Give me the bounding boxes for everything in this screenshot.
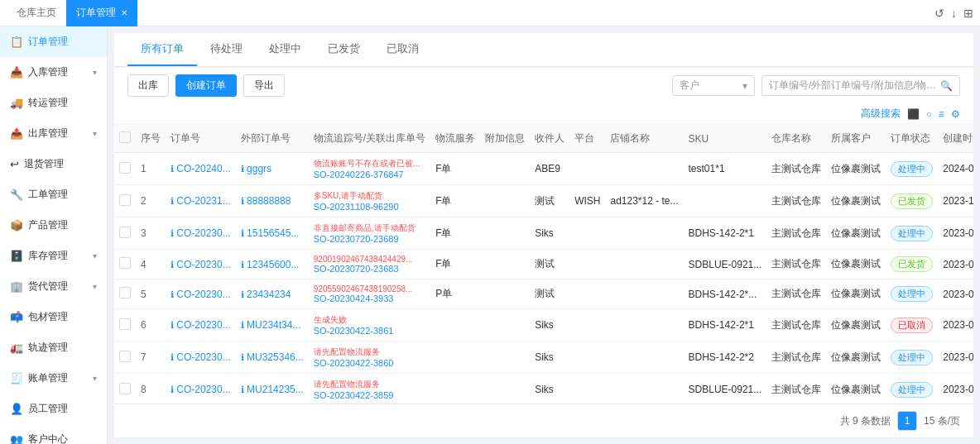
platform-cell — [569, 309, 605, 341]
platform-cell — [569, 217, 605, 250]
row-checkbox[interactable] — [119, 351, 131, 362]
row-checkbox[interactable] — [119, 318, 131, 330]
sidebar-label: 轨迹管理 — [28, 341, 97, 355]
table-row: 7 ℹ CO-20230... ℹ MU325346... 请先配置物流服务 S… — [114, 341, 973, 374]
per-page-select[interactable]: 15 条/页 — [924, 414, 960, 428]
settings-icon[interactable]: ⚙ — [951, 108, 960, 120]
search-input-wrap[interactable]: 订单编号/外部订单编号/附加信息/物流追踪号/出库单号 🔍 — [761, 75, 960, 96]
sidebar-item-产品管理[interactable]: 📦 产品管理 — [0, 210, 107, 241]
order-id-cell[interactable]: ℹ CO-20230... — [166, 309, 236, 341]
warehouse-cell: 主测试仓库 — [766, 309, 826, 341]
minimize-icon[interactable]: ↓ — [951, 7, 957, 20]
row-checkbox-cell[interactable] — [114, 250, 136, 279]
logistics-cell — [430, 374, 480, 404]
sku-cell: SDBLUE-0921... — [684, 250, 767, 279]
grid-icon[interactable]: ⊞ — [963, 7, 973, 20]
create-order-button[interactable]: 创建订单 — [175, 74, 237, 97]
order-id-cell[interactable]: ℹ CO-20231... — [166, 185, 236, 217]
tab-待处理[interactable]: 待处理 — [197, 33, 256, 66]
col-header-3: 外部订单号 — [236, 125, 309, 153]
row-checkbox[interactable] — [119, 257, 131, 269]
order-id-cell[interactable]: ℹ CO-20230... — [166, 279, 236, 309]
row-checkbox-cell[interactable] — [114, 309, 136, 341]
row-checkbox-cell[interactable] — [114, 217, 136, 250]
sidebar-item-出库管理[interactable]: 📤 出库管理 ▾ — [0, 118, 107, 149]
seq-cell: 4 — [136, 250, 166, 279]
tab-所有订单[interactable]: 所有订单 — [127, 33, 197, 66]
sidebar-item-订单管理[interactable]: 📋 订单管理 — [0, 26, 107, 57]
row-checkbox[interactable] — [119, 287, 131, 298]
export-button[interactable]: 导出 — [243, 74, 285, 97]
row-checkbox[interactable] — [119, 194, 131, 206]
col-header-4: 物流追踪号/关联出库单号 — [309, 125, 430, 153]
sidebar-item-账单管理[interactable]: 🧾 账单管理 ▾ — [0, 363, 107, 394]
sidebar-icon: 🚛 — [10, 341, 23, 354]
tab-已取消[interactable]: 已取消 — [373, 33, 432, 66]
sidebar-item-包材管理[interactable]: 📫 包材管理 — [0, 302, 107, 332]
tab-处理中[interactable]: 处理中 — [256, 33, 315, 66]
column-icon[interactable]: ≡ — [939, 108, 944, 120]
ext-order-id-cell[interactable]: ℹ 12345600... — [236, 250, 309, 279]
ext-order-id-cell[interactable]: ℹ MU234t34... — [236, 309, 309, 341]
order-id-cell[interactable]: ℹ CO-20240... — [166, 153, 236, 185]
sidebar-item-工单管理[interactable]: 🔧 工单管理 — [0, 179, 107, 210]
sidebar-item-库存管理[interactable]: 🗄️ 库存管理 ▾ — [0, 241, 107, 271]
out-warehouse-button[interactable]: 出库 — [127, 74, 169, 97]
select-all-checkbox[interactable] — [119, 131, 131, 143]
sidebar-item-转运管理[interactable]: 🚚 转运管理 — [0, 88, 107, 118]
active-tab-label: 订单管理 — [76, 6, 116, 20]
extra-cell — [480, 153, 530, 185]
logistics-cell: F单 — [430, 217, 480, 250]
customer-select[interactable]: 客户 ▾ — [672, 75, 755, 96]
refresh-icon2[interactable]: ○ — [926, 108, 932, 120]
row-checkbox-cell[interactable] — [114, 374, 136, 404]
block-icon[interactable]: ⬛ — [907, 108, 920, 120]
order-id-cell[interactable]: ℹ CO-20230... — [166, 341, 236, 374]
sku-cell: BDHS-142-2*2 — [684, 341, 767, 374]
row-checkbox-cell[interactable] — [114, 153, 136, 185]
toolbar-right: 客户 ▾ 订单编号/外部订单编号/附加信息/物流追踪号/出库单号 🔍 — [672, 75, 960, 96]
row-checkbox[interactable] — [119, 383, 131, 394]
ext-order-id-cell[interactable]: ℹ 15156545... — [236, 217, 309, 250]
home-link[interactable]: 仓库主页 — [7, 6, 66, 20]
ext-order-id-cell[interactable]: ℹ 88888888 — [236, 185, 309, 217]
close-tab-icon[interactable]: ✕ — [121, 8, 127, 17]
active-tab[interactable]: 订单管理 ✕ — [66, 0, 137, 26]
customer-cell: 位像裹测试 — [826, 309, 886, 341]
ext-order-id-cell[interactable]: ℹ 23434234 — [236, 279, 309, 309]
tab-已发货[interactable]: 已发货 — [315, 33, 373, 66]
search-icon[interactable]: 🔍 — [940, 80, 953, 92]
sidebar-item-入库管理[interactable]: 📥 入库管理 ▾ — [0, 57, 107, 88]
row-checkbox[interactable] — [119, 162, 131, 174]
col-header-11: 仓库名称 — [766, 125, 826, 153]
sidebar: 📋 订单管理 📥 入库管理 ▾ 🚚 转运管理 📤 出库管理 ▾ ↩ 退货管理 🔧… — [0, 26, 108, 444]
ext-order-id-cell[interactable]: ℹ gggrs — [236, 153, 309, 185]
sku-cell: test01*1 — [684, 153, 767, 185]
sidebar-item-员工管理[interactable]: 👤 员工管理 — [0, 394, 107, 424]
sidebar-icon: 👥 — [10, 433, 23, 444]
row-checkbox[interactable] — [119, 227, 131, 238]
status-cell: 已取消 — [886, 309, 938, 341]
sidebar-item-客户中心[interactable]: 👥 客户中心 — [0, 424, 107, 444]
page-1-button[interactable]: 1 — [897, 411, 917, 431]
sidebar-icon: 📥 — [10, 66, 23, 79]
advanced-search-label[interactable]: 高级搜索 — [861, 107, 901, 121]
status-cell: 已发货 — [886, 185, 938, 217]
table-row: 5 ℹ CO-20230... ℹ 23434234 9205590246743… — [114, 279, 973, 309]
row-checkbox-cell[interactable] — [114, 341, 136, 374]
order-id-cell[interactable]: ℹ CO-20230... — [166, 250, 236, 279]
row-checkbox-cell[interactable] — [114, 185, 136, 217]
orders-table-wrap: 序号订单号外部订单号物流追踪号/关联出库单号物流服务附加信息收件人平台店铺名称S… — [114, 125, 973, 403]
ext-order-id-cell[interactable]: ℹ MU214235... — [236, 374, 309, 404]
order-id-cell[interactable]: ℹ CO-20230... — [166, 374, 236, 404]
sidebar-item-退货管理[interactable]: ↩ 退货管理 — [0, 149, 107, 179]
tracking-cell: 9205590246743819025​8... SO-20230424-393… — [309, 279, 430, 309]
top-bar-actions: ↺ ↓ ⊞ — [934, 7, 973, 20]
order-id-cell[interactable]: ℹ CO-20230... — [166, 217, 236, 250]
ext-order-id-cell[interactable]: ℹ MU325346... — [236, 341, 309, 374]
sidebar-item-货代管理[interactable]: 🏢 货代管理 ▾ — [0, 271, 107, 302]
sidebar-item-轨迹管理[interactable]: 🚛 轨迹管理 — [0, 332, 107, 363]
refresh-icon[interactable]: ↺ — [934, 7, 944, 20]
row-checkbox-cell[interactable] — [114, 279, 136, 309]
logistics-cell: F单 — [430, 250, 480, 279]
